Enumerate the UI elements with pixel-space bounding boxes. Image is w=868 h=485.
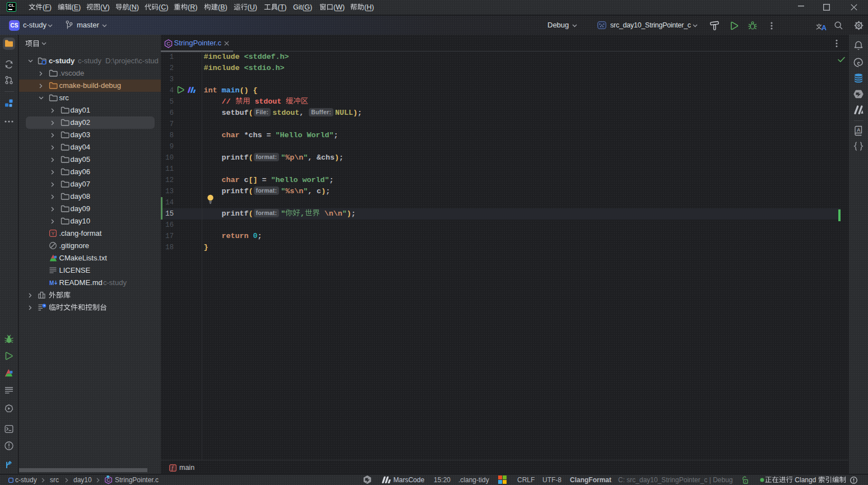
svg-text:A: A: [857, 127, 861, 133]
svg-text:M: M: [49, 279, 54, 286]
svg-text:Y: Y: [51, 231, 54, 236]
svg-text:C: C: [166, 40, 170, 46]
